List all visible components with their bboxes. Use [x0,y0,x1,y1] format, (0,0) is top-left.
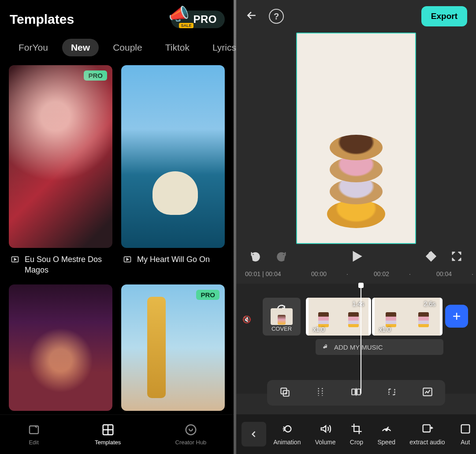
tab-couple[interactable]: Couple [104,39,151,56]
undo-button[interactable] [249,250,262,264]
tool-animation[interactable]: Animation [273,423,301,446]
svg-rect-8 [357,389,361,395]
add-music-button[interactable]: ADD MY MUSIC [316,339,443,355]
animation-icon [281,423,293,435]
megaphone-icon: 📣 [168,4,189,24]
editor-header: ? Export [236,0,476,33]
nav-label: Creator Hub [175,439,207,446]
trim-button[interactable] [386,386,398,399]
template-card[interactable]: My Heart Will Go On [121,65,225,276]
play-button[interactable] [350,250,363,265]
cover-clip[interactable]: COVER [263,298,301,336]
tool-extract-audio[interactable]: extract audio [409,423,445,446]
clip-speed: x1.0 [379,326,390,333]
svg-rect-12 [423,425,430,432]
tool-back-button[interactable] [242,422,266,447]
help-button[interactable]: ? [269,9,284,24]
speed-icon [380,423,393,435]
chart-icon [422,386,433,398]
clip-duration: 1.4s [353,300,364,307]
time-tick-dot: · [409,270,411,277]
editor-panel: ? Export 00:01 | 00:04 00:00 · 00:02 · [236,0,476,454]
volume-icon [319,423,331,435]
tool-label: Animation [273,439,301,446]
pro-sale-chip[interactable]: 📣 SALE PRO [171,11,225,28]
template-card[interactable]: PRO [121,284,225,411]
tool-crop[interactable]: Crop [350,423,363,446]
tool-strip: Animation Volume Crop Speed extract audi… [236,414,476,454]
template-card[interactable] [9,284,112,411]
quick-tools-bar [267,380,445,406]
template-thumbnail [9,284,112,411]
time-tick-dot: · [346,270,348,277]
redo-button[interactable] [275,250,287,264]
tool-label: Aut [461,439,470,446]
templates-panel: Templates 📣 SALE PRO ForYou New Couple T… [0,0,234,454]
nav-creator-hub[interactable]: Creator Hub [175,423,207,446]
add-music-label: ADD MY MUSIC [334,343,383,351]
svg-point-10 [285,426,291,432]
svg-point-4 [186,425,196,435]
back-button[interactable] [245,9,258,24]
pro-badge: PRO [196,290,219,300]
plus-icon: + [453,308,461,325]
arrow-left-icon [245,9,258,22]
duplicate-button[interactable] [279,386,290,399]
page-title: Templates [10,12,74,27]
time-tick-dot: · [472,270,473,277]
undo-icon [249,250,262,262]
playhead[interactable] [361,284,361,394]
preview-content [330,135,383,160]
time-tick: 00:04 [436,270,452,277]
svg-rect-2 [30,426,38,434]
tool-speed[interactable]: Speed [377,423,395,446]
time-tick: 00:02 [374,270,389,277]
preview-content [330,179,383,204]
template-title: Eu Sou O Mestre Dos Magos [25,254,111,276]
add-clip-button[interactable]: + [445,305,468,328]
creator-hub-icon [184,423,197,436]
edit-icon [27,423,41,436]
music-note-icon [322,343,329,351]
cover-label: COVER [271,325,292,332]
chevron-left-icon [249,430,258,439]
bottom-nav: Edit Templates Creator Hub [0,414,234,454]
pro-label: PRO [193,13,217,26]
video-preview[interactable] [296,33,416,244]
nav-templates[interactable]: Templates [95,423,121,446]
tab-foryou[interactable]: ForYou [10,39,57,56]
time-tick: 00:00 [311,270,327,277]
duplicate-icon [279,386,290,398]
timeline[interactable]: 🔇 COVER 1.4s x1.0 2.6s x1.0 ADD MY MUSIC [236,284,476,394]
extract-audio-icon [421,423,433,435]
fullscreen-button[interactable] [450,250,463,264]
video-clip[interactable]: 2.6s x1.0 [372,298,443,336]
split-button[interactable] [315,386,326,399]
tool-auto[interactable]: Aut [459,423,472,446]
tab-new[interactable]: New [62,39,99,56]
svg-point-11 [386,429,387,431]
category-tabs: ForYou New Couple Tiktok Lyrics [0,33,234,65]
pro-badge: PRO [84,70,107,81]
template-card[interactable]: PRO Eu Sou O Mestre Dos Magos [9,65,112,276]
time-current: 00:01 | 00:04 [245,270,281,277]
tool-label: extract audio [409,439,445,446]
template-thumbnail: PRO [9,65,112,248]
templates-header: Templates 📣 SALE PRO [0,0,234,33]
sale-badge: SALE [179,23,193,28]
filter-button[interactable] [422,386,433,399]
export-button[interactable]: Export [421,6,467,26]
template-title: My Heart Will Go On [137,254,210,265]
tab-tiktok[interactable]: Tiktok [156,39,198,56]
tool-volume[interactable]: Volume [315,423,336,446]
tool-label: Volume [315,439,336,446]
video-icon [123,255,132,264]
tool-label: Speed [377,439,395,446]
clip-speed: x1.0 [313,326,324,333]
nav-edit[interactable]: Edit [27,423,41,446]
nav-label: Templates [95,439,121,446]
keyframe-button[interactable] [425,250,437,264]
svg-rect-13 [461,425,469,433]
preview-content [330,157,383,182]
redo-icon [275,250,287,262]
